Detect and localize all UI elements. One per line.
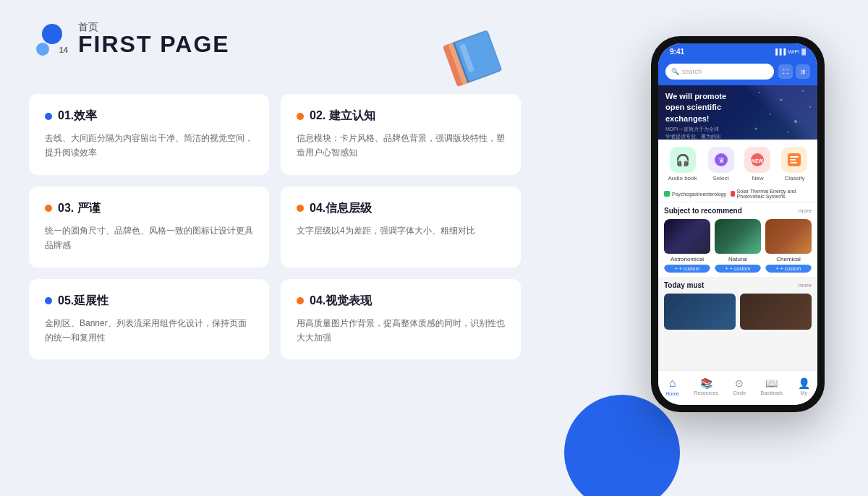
card-dot-5 [45,297,52,304]
search-actions: ⛶ ⊞ [778,64,810,79]
svg-point-12 [755,128,757,130]
subject-more[interactable]: more [799,208,812,214]
tag-solar: Solar Thermal Energy and Photovoltaic Sy… [731,189,812,199]
feature-card-5: 05.延展性 金刚区、Banner、列表流采用组件化设计，保持页面的统一和复用性 [29,279,269,360]
svg-rect-21 [790,162,797,163]
card-title-2: 02. 建立认知 [297,108,505,124]
nav-home[interactable]: ⌂ Home [665,377,679,396]
card-title-5: 05.延展性 [45,294,253,309]
nav-backtrack[interactable]: 📖 Backtrack [761,377,783,395]
subject-section-header: Subject to recommend more [664,207,812,215]
svg-point-11 [809,106,811,108]
card-title-1: 01.效率 [45,108,253,124]
banner-main-text: We will promote open scientific exchange… [665,91,738,124]
status-time: 9:41 [670,48,684,56]
svg-point-13 [788,132,789,133]
tag-solar-text: Solar Thermal Energy and Photovoltaic Sy… [737,189,812,199]
astro-image [664,219,710,254]
feature-card-6: 04.视觉表现 用高质量图片作背景，提高整体质感的同时，识别性也大大加强 [281,279,521,360]
natural-custom-btn[interactable]: ++ custom [715,265,761,273]
icon-select[interactable]: ♛ Select [708,147,734,181]
svg-point-9 [770,114,771,115]
circle-icon: ⊙ [735,377,744,389]
search-bar[interactable]: 🔍 search ⛶ ⊞ [658,59,817,85]
header: 14 首页 FIRST PAGE [36,22,230,57]
home-icon: ⌂ [669,377,676,390]
feature-card-3: 03. 严谨 统一的圆角尺寸、品牌色、风格一致的图标让设计更具品牌感 [29,187,269,268]
feature-cards-grid: 01.效率 去线、大间距分隔为内容留出干净、简洁的视觉空间，提升阅读效率 02.… [29,94,521,359]
card-title-6: 04.视觉表现 [297,294,505,309]
icon-audiobook[interactable]: 🎧 Audio book [668,147,697,181]
classify-label: Classify [784,175,804,181]
svg-rect-20 [790,159,796,161]
card-desc-4: 文字层级以4为差距，强调字体大小、粗细对比 [297,223,505,238]
card-desc-2: 信息模块：卡片风格、品牌色背景，强调版块特性，塑造用户心智感知 [297,131,505,161]
new-label: New [752,175,763,181]
search-placeholder: search [682,68,702,75]
icon-classify[interactable]: Classify [781,147,807,181]
feature-card-2: 02. 建立认知 信息模块：卡片风格、品牌色背景，强调版块特性，塑造用户心智感知 [281,94,521,175]
svg-point-10 [794,120,797,123]
card-title-4: 04.信息层级 [297,201,505,216]
my-icon: 👤 [798,377,810,389]
fullscreen-button[interactable]: ⛶ [778,64,793,79]
search-icon: 🔍 [671,68,679,75]
today-section-header: Today must more [664,281,812,289]
header-en-title: FIRST PAGE [78,32,230,57]
new-icon: NEW [744,147,770,173]
card-desc-6: 用高质量图片作背景，提高整体质感的同时，识别性也大大加强 [297,316,505,346]
grid-icon: ⊞ [801,69,806,75]
select-icon: ♛ [708,147,734,173]
today-card-1 [664,294,736,330]
icon-new[interactable]: NEW New [744,147,770,181]
nav-circle[interactable]: ⊙ Circle [733,377,746,395]
logo-number: 14 [59,46,68,54]
card-dot-1 [45,113,52,120]
svg-point-8 [802,90,804,92]
subject-title: Subject to recommend [664,207,742,215]
status-bar: 9:41 ▐▐▐ WiFi ▓ [658,43,817,59]
search-input[interactable]: 🔍 search [665,64,774,80]
card-dot-4 [297,205,304,212]
tag-psycho: Psychogastroenterology [664,189,726,199]
tag-psycho-text: Psychogastroenterology [672,192,726,197]
svg-point-7 [780,99,783,101]
svg-point-6 [759,92,760,93]
card-dot-6 [297,297,304,304]
subject-cards: Astronomical ++ custom Natural ++ custom [664,219,812,273]
backtrack-icon: 📖 [765,377,778,389]
nav-resources[interactable]: 📚 Resources [694,377,718,395]
audiobook-label: Audio book [668,175,697,181]
astro-custom-btn[interactable]: ++ custom [664,265,710,273]
today-card-2 [740,294,812,330]
banner-sub-text: MDPI一直致力于为全球学者提供专业、覆为的出版服务 [665,126,723,140]
phone-frame: 9:41 ▐▐▐ WiFi ▓ 🔍 search ⛶ [651,36,825,412]
nav-circle-label: Circle [733,390,746,395]
card-title-3: 03. 严谨 [45,201,253,216]
app-icons-row: 🎧 Audio book ♛ Select NEW New [658,140,817,186]
banner-content: We will promote open scientific exchange… [665,91,738,140]
signal-icon: ▐▐▐ [773,48,786,55]
card-desc-3: 统一的圆角尺寸、品牌色、风格一致的图标让设计更具品牌感 [45,223,253,253]
card-dot-2 [297,113,304,120]
today-cards [664,294,812,330]
chemical-image [765,219,812,254]
astro-name: Astronomical [664,256,710,262]
logo-icon: 14 [36,24,68,56]
card-dot-3 [45,205,52,212]
nav-my-label: My [801,390,807,395]
svg-text:NEW: NEW [752,158,764,163]
today-more[interactable]: more [799,282,812,288]
nav-backtrack-label: Backtrack [761,390,783,395]
header-text-block: 首页 FIRST PAGE [78,22,230,57]
logo-circle-small [36,43,49,56]
status-icons: ▐▐▐ WiFi ▓ [773,48,806,55]
subject-card-astro: Astronomical ++ custom [664,219,710,273]
chemical-custom-btn[interactable]: ++ custom [765,265,812,273]
feature-card-4: 04.信息层级 文字层级以4为差距，强调字体大小、粗细对比 [281,187,521,268]
grid-button[interactable]: ⊞ [796,64,810,79]
card-desc-1: 去线、大间距分隔为内容留出干净、简洁的视觉空间，提升阅读效率 [45,131,253,161]
chemical-name: Chemical [765,256,812,262]
nav-resources-label: Resources [694,390,718,395]
nav-my[interactable]: 👤 My [798,377,810,395]
